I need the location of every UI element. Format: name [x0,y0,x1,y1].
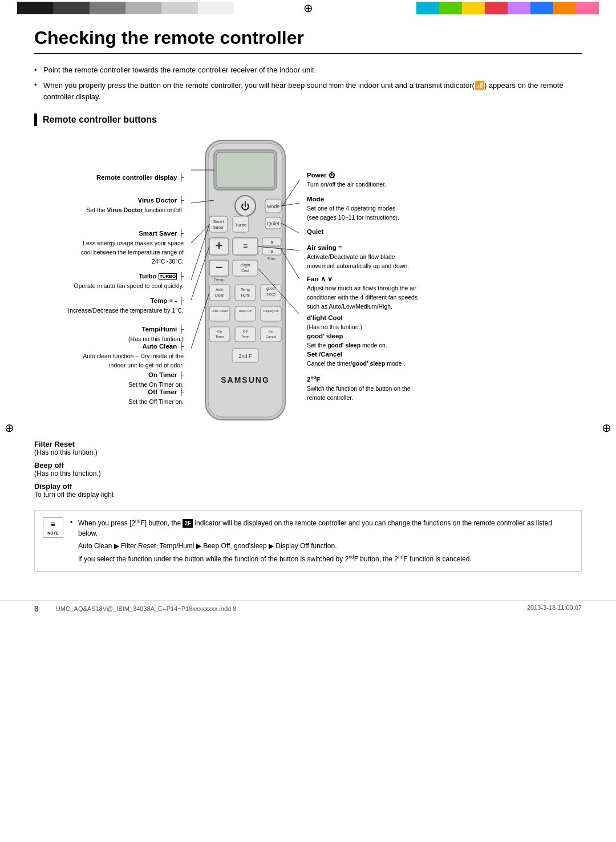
color-cyan [416,2,439,14]
svg-text:Saver: Saver [213,225,224,229]
ann-virus-doctor: Virus Doctor ├ Set the Virus Doctor func… [51,196,188,214]
svg-text:Set: Set [268,330,273,333]
color-light [125,2,161,14]
footer: 8 UMG_AQ&AS18V@_IBIM_34038A_E--P14~P18xx… [0,600,616,617]
svg-text:–: – [216,260,222,274]
svg-text:On: On [217,330,222,333]
svg-text:Temp: Temp [213,277,225,282]
color-pink [576,2,599,14]
note-bullet-2: Auto Clean ▶ Filter Reset, Temp/Humi ▶ B… [70,541,573,551]
color-yellow [462,2,485,14]
svg-text:Timer: Timer [241,335,249,338]
svg-rect-48 [235,327,256,342]
note-content: • When you press [2ndF] button, the 2F i… [70,517,573,564]
ann-remote-display: Remote controller display ├ [51,173,188,183]
note-box: ≡ NOTE • When you press [2ndF] button, t… [34,510,582,572]
svg-rect-3 [216,152,274,188]
ann-good-sleep: good' sleep Set the good' sleep mode on. [302,331,387,350]
svg-text:Off: Off [243,330,248,333]
beep-off-note: Beep off (Has no this function.) [34,461,582,477]
left-color-bar [17,2,234,14]
svg-rect-45 [209,327,230,342]
footer-left: UMG_AQ&AS18V@_IBIM_34038A_E--P14~P18xxxx… [56,605,237,612]
svg-text:Timer: Timer [215,335,224,338]
color-green [439,2,462,14]
svg-rect-41 [235,306,256,321]
right-color-bar [416,2,599,14]
svg-text:Humi: Humi [241,293,249,297]
section-title-bar [34,114,37,126]
ann-air-swing: Air swing ≡ Activate/Deactivate air flow… [302,243,409,270]
intro-bullets: Point the remote controller towards the … [34,64,582,102]
ann-smart-saver: Smart Saver ├ Less energy usage makes yo… [51,229,188,266]
ann-auto-clean: Auto Clean ├ Auto clean function – Dry i… [51,342,188,370]
ann-fan: Fan ∧ ∨ Adjust how much air flows throug… [302,274,418,311]
color-white [198,2,234,14]
svg-text:Temp: Temp [241,288,250,292]
note-icon-symbol: ≡ [51,519,55,531]
color-black [17,2,53,14]
svg-text:Filter Reset: Filter Reset [212,309,228,313]
ann-temp: Temp + - ├ Increase/Decrease the tempera… [51,296,188,315]
svg-text:Fan: Fan [268,256,275,261]
ann-temp-humi: Temp/Humi ├ (Has no this funtion.) [51,325,188,343]
svg-text:Turbo: Turbo [235,222,247,228]
color-blue [530,2,553,14]
left-annotations: Remote controller display ├ Virus Doctor… [34,137,188,434]
ann-turbo: Turbo TURBO ├ Operate in auto fan speed … [51,272,188,290]
color-mid [90,2,125,14]
color-lighter [161,2,197,14]
page-content: Checking the remote controller Point the… [0,16,616,594]
color-magenta [508,2,530,14]
section-title: Remote controller buttons [34,114,582,126]
ann-power: Power ⏻ Turn on/off the air conditioner. [302,171,386,189]
bullet-1: Point the remote controller towards the … [34,64,582,76]
top-color-bars: ⊕ [0,0,616,16]
svg-text:sleep: sleep [266,292,275,297]
svg-rect-51 [261,327,281,342]
ann-2ndf: 2ndF Switch the function of the button o… [302,374,411,402]
svg-text:Cancel: Cancel [266,335,277,338]
ann-off-timer: Off Timer ├ Set the Off Timer on. [51,387,188,406]
svg-text:Cool: Cool [241,269,249,273]
reg-mark-right: ⊕ [602,421,611,435]
ann-dlight-cool: d'light Cool (Has no this funtion.) [302,313,362,331]
color-orange [553,2,576,14]
svg-text:Mode: Mode [267,204,280,209]
page-number: 8 [34,604,39,613]
color-dark [53,2,89,14]
svg-text:Quiet: Quiet [267,221,279,226]
reg-mark-top: ⊕ [303,1,313,15]
svg-text:≡: ≡ [243,241,248,250]
svg-text:Auto: Auto [216,288,224,292]
filter-reset-note: Filter Reset (Has no this funtion.) [34,440,582,456]
footer-right: 2013-3-18 11:00:07 [527,604,582,613]
remote-svg: ⏻ Mode Quiet Smart Saver Turbo + [191,137,299,428]
reg-mark-left: ⊕ [5,421,14,435]
ann-on-timer: On Timer ├ Set the On Timer on. [51,370,188,389]
ann-set-cancel: Set /Cancel Cancel the timer/good' sleep… [302,350,405,368]
bullet-2: When you properly press the button on th… [34,79,582,103]
svg-text:⏻: ⏻ [241,201,250,211]
svg-text:SAMSUNG: SAMSUNG [221,375,270,384]
diagram-area: Remote controller display ├ Virus Doctor… [34,137,582,434]
svg-text:Clean: Clean [215,293,225,297]
color-red [485,2,508,14]
svg-text:∧: ∧ [270,239,274,245]
svg-rect-10 [209,216,228,232]
right-annotations: Power ⏻ Turn on/off the air conditioner.… [302,137,582,434]
remote-control-image: ⏻ Mode Quiet Smart Saver Turbo + [188,137,302,434]
ann-quiet: Quiet [302,227,323,236]
ann-mode: Mode Set one of the 4 operating modes(se… [302,195,399,222]
note-icon-label: NOTE [47,531,58,537]
note-bullet-1: • When you press [2ndF] button, the 2F i… [70,517,573,539]
svg-text:good': good' [266,286,275,291]
note-bullet-3: If you select the function under the but… [70,553,573,564]
display-off-note: Display off To turn off the display ligh… [34,482,582,499]
svg-text:+: + [216,238,223,253]
svg-rect-39 [209,306,230,321]
note-icon: ≡ NOTE [43,517,63,538]
svg-text:Smart: Smart [213,220,224,224]
bottom-notes: Filter Reset (Has no this funtion.) Beep… [34,440,582,499]
svg-text:d'light: d'light [241,263,250,268]
